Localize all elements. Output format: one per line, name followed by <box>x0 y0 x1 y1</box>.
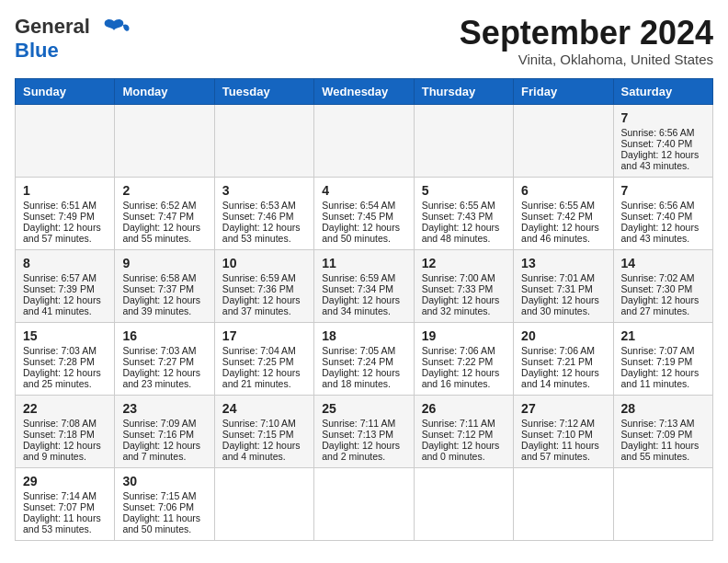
daylight-text: Daylight: 12 hours and 9 minutes. <box>23 440 101 462</box>
sunset-text: Sunset: 7:45 PM <box>322 211 393 222</box>
calendar-cell <box>214 467 313 540</box>
daylight-text: Daylight: 12 hours and 16 minutes. <box>422 367 500 389</box>
sunset-text: Sunset: 7:22 PM <box>422 356 494 367</box>
day-header-monday: Monday <box>115 78 214 104</box>
day-number: 30 <box>122 474 206 488</box>
sunset-text: Sunset: 7:21 PM <box>521 356 593 367</box>
day-number: 15 <box>23 328 107 343</box>
sunset-text: Sunset: 7:06 PM <box>122 501 194 512</box>
day-number: 24 <box>222 401 306 416</box>
calendar-cell: 13Sunrise: 7:01 AMSunset: 7:31 PMDayligh… <box>514 249 613 322</box>
sunset-text: Sunset: 7:16 PM <box>122 429 194 440</box>
day-header-wednesday: Wednesday <box>314 78 414 104</box>
sunrise-text: Sunrise: 7:01 AM <box>521 272 595 283</box>
calendar-cell: 21Sunrise: 7:07 AMSunset: 7:19 PMDayligh… <box>613 322 712 395</box>
calendar-cell: 16Sunrise: 7:03 AMSunset: 7:27 PMDayligh… <box>115 322 214 395</box>
calendar-cell: 18Sunrise: 7:05 AMSunset: 7:24 PMDayligh… <box>314 322 414 395</box>
daylight-text: Daylight: 12 hours and 0 minutes. <box>422 440 500 462</box>
sunrise-text: Sunrise: 6:53 AM <box>222 200 296 211</box>
calendar-cell <box>314 104 414 177</box>
sunrise-text: Sunrise: 6:51 AM <box>23 200 97 211</box>
daylight-text: Daylight: 12 hours and 37 minutes. <box>222 294 301 316</box>
day-number: 9 <box>122 256 206 270</box>
day-header-friday: Friday <box>514 78 613 104</box>
calendar-week-row: 15Sunrise: 7:03 AMSunset: 7:28 PMDayligh… <box>16 322 713 395</box>
calendar-cell <box>16 104 115 177</box>
day-number: 2 <box>122 183 206 198</box>
calendar-cell: 10Sunrise: 6:59 AMSunset: 7:36 PMDayligh… <box>214 249 313 322</box>
calendar-cell: 11Sunrise: 6:59 AMSunset: 7:34 PMDayligh… <box>314 249 414 322</box>
sunrise-text: Sunrise: 6:52 AM <box>122 200 196 211</box>
location-subtitle: Vinita, Oklahoma, United States <box>460 52 713 67</box>
daylight-text: Daylight: 12 hours and 27 minutes. <box>621 294 700 316</box>
sunset-text: Sunset: 7:27 PM <box>122 356 194 367</box>
calendar-cell <box>414 104 513 177</box>
day-number: 20 <box>521 328 605 343</box>
calendar-cell: 24Sunrise: 7:10 AMSunset: 7:15 PMDayligh… <box>214 395 313 467</box>
sunset-text: Sunset: 7:33 PM <box>422 283 494 294</box>
calendar-week-row: 29Sunrise: 7:14 AMSunset: 7:07 PMDayligh… <box>16 467 713 540</box>
sunrise-text: Sunrise: 6:59 AM <box>222 272 296 283</box>
daylight-text: Daylight: 12 hours and 34 minutes. <box>322 294 400 316</box>
calendar-cell <box>613 467 712 540</box>
calendar-cell: 7Sunrise: 6:56 AMSunset: 7:40 PMDaylight… <box>613 104 712 177</box>
calendar-cell: 28Sunrise: 7:13 AMSunset: 7:09 PMDayligh… <box>613 395 712 467</box>
calendar-cell: 22Sunrise: 7:08 AMSunset: 7:18 PMDayligh… <box>16 395 115 467</box>
sunset-text: Sunset: 7:43 PM <box>422 211 494 222</box>
sunrise-text: Sunrise: 7:02 AM <box>621 272 695 283</box>
sunset-text: Sunset: 7:13 PM <box>322 429 393 440</box>
sunset-text: Sunset: 7:19 PM <box>621 356 693 367</box>
daylight-text: Daylight: 12 hours and 21 minutes. <box>222 367 301 389</box>
sunset-text: Sunset: 7:49 PM <box>23 211 95 222</box>
daylight-text: Daylight: 12 hours and 25 minutes. <box>23 367 101 389</box>
daylight-text: Daylight: 12 hours and 43 minutes. <box>621 222 700 244</box>
sunset-text: Sunset: 7:37 PM <box>122 283 194 294</box>
day-number: 8 <box>23 256 107 270</box>
day-number: 7 <box>621 110 705 125</box>
calendar-cell: 2Sunrise: 6:52 AMSunset: 7:47 PMDaylight… <box>115 177 214 249</box>
daylight-text: Daylight: 12 hours and 46 minutes. <box>521 222 599 244</box>
sunrise-text: Sunrise: 7:05 AM <box>322 345 395 356</box>
calendar-cell <box>115 104 214 177</box>
daylight-text: Daylight: 11 hours and 53 minutes. <box>23 512 101 534</box>
page-header: General Blue September 2024 Vinita, Okla… <box>15 15 713 67</box>
sunrise-text: Sunrise: 7:06 AM <box>521 345 595 356</box>
calendar-cell: 20Sunrise: 7:06 AMSunset: 7:21 PMDayligh… <box>514 322 613 395</box>
daylight-text: Daylight: 12 hours and 41 minutes. <box>23 294 101 316</box>
sunset-text: Sunset: 7:47 PM <box>122 211 194 222</box>
calendar-table: SundayMondayTuesdayWednesdayThursdayFrid… <box>15 78 713 541</box>
sunrise-text: Sunrise: 7:15 AM <box>122 490 196 501</box>
sunrise-text: Sunrise: 6:55 AM <box>422 200 495 211</box>
sunrise-text: Sunrise: 7:03 AM <box>23 345 97 356</box>
daylight-text: Daylight: 11 hours and 50 minutes. <box>122 512 200 534</box>
daylight-text: Daylight: 12 hours and 32 minutes. <box>422 294 500 316</box>
sunset-text: Sunset: 7:07 PM <box>23 501 95 512</box>
calendar-cell: 27Sunrise: 7:12 AMSunset: 7:10 PMDayligh… <box>514 395 613 467</box>
day-number: 26 <box>422 401 506 416</box>
sunset-text: Sunset: 7:40 PM <box>621 138 693 149</box>
daylight-text: Daylight: 12 hours and 57 minutes. <box>23 222 101 244</box>
calendar-cell: 29Sunrise: 7:14 AMSunset: 7:07 PMDayligh… <box>16 467 115 540</box>
sunset-text: Sunset: 7:10 PM <box>521 429 593 440</box>
sunset-text: Sunset: 7:18 PM <box>23 429 95 440</box>
day-number: 18 <box>322 328 405 343</box>
day-number: 29 <box>23 474 107 488</box>
day-number: 3 <box>222 183 306 198</box>
day-number: 1 <box>23 183 107 198</box>
day-number: 16 <box>122 328 206 343</box>
calendar-cell: 5Sunrise: 6:55 AMSunset: 7:43 PMDaylight… <box>414 177 513 249</box>
calendar-cell: 9Sunrise: 6:58 AMSunset: 7:37 PMDaylight… <box>115 249 214 322</box>
sunset-text: Sunset: 7:34 PM <box>322 283 393 294</box>
day-number: 10 <box>222 256 306 270</box>
sunset-text: Sunset: 7:36 PM <box>222 283 294 294</box>
calendar-cell <box>514 467 613 540</box>
daylight-text: Daylight: 11 hours and 55 minutes. <box>621 440 700 462</box>
calendar-cell <box>414 467 513 540</box>
sunrise-text: Sunrise: 6:54 AM <box>322 200 395 211</box>
day-number: 23 <box>122 401 206 416</box>
calendar-cell: 12Sunrise: 7:00 AMSunset: 7:33 PMDayligh… <box>414 249 513 322</box>
daylight-text: Daylight: 12 hours and 2 minutes. <box>322 440 400 462</box>
day-number: 6 <box>521 183 605 198</box>
sunrise-text: Sunrise: 6:55 AM <box>521 200 595 211</box>
daylight-text: Daylight: 12 hours and 30 minutes. <box>521 294 599 316</box>
